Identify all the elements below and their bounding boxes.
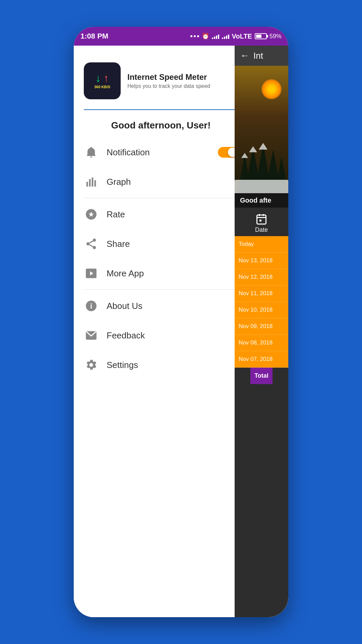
status-icons: ⏰ VoLTE 59% [190,33,282,40]
greeting: Good afternoon, User! [74,117,248,138]
section-divider-2 [84,289,238,290]
time: 1:08 PM [80,32,108,41]
date-item-2[interactable]: Nov 12, 2018 [235,269,288,285]
landscape-image [235,66,288,193]
graph-label: Graph [107,177,238,187]
sidebar-panel: ↓ ↑ 360 KB/S Internet Speed Meter Helps … [74,46,248,617]
date-list: Today Nov 13, 2018 Nov 12, 2018 Nov 11, … [235,236,288,368]
date-icon-container: Date [255,213,268,233]
svg-line-9 [89,241,93,243]
header-divider [84,109,238,110]
menu-item-feedback[interactable]: Feedback [74,321,248,350]
date-item-today[interactable]: Today [235,236,288,253]
settings-label: Settings [107,360,238,370]
date-item-4[interactable]: Nov 10, 2018 [235,302,288,318]
date-item-3[interactable]: Nov 11, 2018 [235,285,288,302]
svg-marker-22 [259,143,267,150]
alarm-icon: ⏰ [202,33,209,40]
app-name: Internet Speed Meter [127,72,238,82]
more-app-label: More App [107,268,238,279]
share-label: Share [107,239,238,249]
menu-item-about-us[interactable]: i About Us [74,291,248,321]
svg-rect-2 [92,177,94,186]
svg-line-8 [89,245,93,247]
svg-point-7 [93,246,96,249]
network-label: VoLTE [232,33,252,40]
app-icon: ↓ ↑ 360 KB/S [84,62,121,99]
battery-icon [255,33,267,39]
date-item-1[interactable]: Nov 13, 2018 [235,253,288,269]
right-panel-header: ← Int [235,46,288,66]
right-panel: ← Int [235,46,288,617]
share-icon [84,236,99,251]
svg-text:i: i [90,302,92,310]
svg-rect-1 [89,179,91,186]
bell-icon [84,145,99,160]
svg-point-5 [93,238,96,242]
star-icon [84,207,99,222]
app-info: Internet Speed Meter Helps you to track … [127,72,238,90]
date-label: Date [255,226,268,233]
date-item-6[interactable]: Nov 08, 2018 [235,335,288,351]
right-panel-greeting: Good afte [235,193,288,208]
arrow-down-icon: ↓ [96,73,101,84]
total-bar[interactable]: Total [250,368,273,384]
back-arrow-icon[interactable]: ← [240,50,249,61]
menu-item-notification[interactable]: Notification [74,138,248,167]
svg-rect-0 [86,182,88,186]
phone-frame: 1:08 PM ⏰ VoLTE [74,27,288,617]
svg-rect-27 [259,220,261,222]
menu-item-rate[interactable]: Rate [74,200,248,229]
date-item-7[interactable]: Nov 07, 2018 [235,351,288,368]
svg-marker-20 [241,153,248,158]
play-icon [84,266,99,281]
dots-icon [190,35,199,37]
speed-label: 360 KB/S [94,85,110,89]
date-item-5[interactable]: Nov 09, 2018 [235,318,288,335]
svg-rect-3 [95,180,96,186]
rate-label: Rate [107,209,238,220]
date-section: Date Today Nov 13, 2018 Nov 12, 2018 Nov… [235,208,288,389]
about-us-label: About Us [107,301,238,311]
info-icon: i [84,299,99,313]
battery-percent: 59% [269,33,282,40]
gear-icon [84,358,99,372]
status-bar: 1:08 PM ⏰ VoLTE [74,27,288,46]
right-panel-title: Int [253,51,263,61]
svg-point-6 [86,242,90,246]
arrow-up-icon: ↑ [104,73,109,84]
menu-item-settings[interactable]: Settings [74,350,248,380]
graph-icon [84,174,99,189]
signal-icon-1 [212,34,219,39]
mail-icon [84,328,99,343]
menu-item-graph[interactable]: Graph [74,167,248,197]
menu-item-more-app[interactable]: More App [74,259,248,288]
app-desc: Helps you to track your data speed [127,83,238,89]
notification-label: Notification [107,147,210,158]
app-header: ↓ ↑ 360 KB/S Internet Speed Meter Helps … [74,56,248,106]
svg-rect-23 [257,215,266,224]
content-area: ↓ ↑ 360 KB/S Internet Speed Meter Helps … [74,46,288,617]
menu-item-share[interactable]: Share [74,229,248,259]
svg-marker-21 [249,146,257,152]
feedback-label: Feedback [107,330,238,341]
calendar-icon [255,213,267,225]
section-divider-1 [84,198,238,198]
signal-icon-2 [222,34,229,39]
sun-glow [261,79,282,99]
